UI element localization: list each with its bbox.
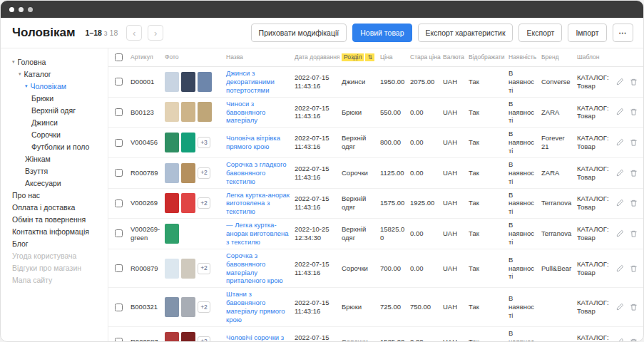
product-thumbnail[interactable] (165, 297, 179, 317)
brand-cell: Terranova (539, 199, 575, 207)
row-checkbox[interactable] (115, 200, 123, 207)
delete-icon[interactable] (630, 303, 638, 311)
sidebar-item[interactable]: Відгуки про магазин (12, 261, 108, 274)
row-checkbox[interactable] (115, 338, 123, 341)
product-name-link[interactable]: — Легка куртка-анорак виготовлена з текс… (226, 221, 289, 246)
product-thumbnail[interactable] (181, 72, 195, 92)
sidebar-item[interactable]: Верхній одяг (12, 104, 108, 116)
column-currency[interactable]: Валюта (441, 53, 466, 61)
product-thumbnail[interactable] (165, 163, 179, 183)
product-thumbnail[interactable] (181, 133, 195, 152)
sidebar-item[interactable]: Футболки и поло (12, 140, 108, 152)
delete-icon[interactable] (630, 338, 638, 341)
sidebar-item[interactable]: Обмін та повернення (12, 213, 108, 225)
sidebar-item[interactable]: Про нас (12, 189, 108, 201)
column-template[interactable]: Шаблон (575, 53, 613, 61)
edit-icon[interactable] (616, 199, 624, 207)
product-thumbnail[interactable] (181, 163, 195, 183)
sidebar-item[interactable]: ▾Головна (12, 56, 108, 68)
product-thumbnail[interactable] (198, 102, 212, 122)
sidebar-item[interactable]: Контактна інформація (12, 225, 108, 237)
row-checkbox[interactable] (115, 264, 123, 272)
product-thumbnail[interactable] (165, 332, 179, 341)
edit-icon[interactable] (616, 169, 624, 177)
delete-icon[interactable] (630, 108, 638, 116)
product-name-link[interactable]: Чоловічі сорочки з легкого текстилю (226, 333, 284, 341)
column-old-price[interactable]: Стара ціна (408, 53, 441, 61)
column-price[interactable]: Ціна (378, 53, 408, 61)
product-name-link[interactable]: Штани з бавовняного матеріалу прямого кр… (226, 290, 285, 323)
delete-icon[interactable] (630, 169, 638, 177)
row-checkbox[interactable] (115, 304, 123, 311)
sidebar-item[interactable]: ▾Каталог (12, 68, 108, 80)
product-thumbnail[interactable] (181, 259, 195, 279)
row-checkbox[interactable] (115, 169, 123, 177)
product-name-link[interactable]: Легка куртка-анорак виготовлена з тексти… (226, 191, 290, 216)
sidebar-item[interactable]: Джинси (12, 116, 108, 128)
product-thumbnail[interactable] (181, 193, 195, 213)
more-actions-button[interactable]: ⋯ (613, 24, 634, 42)
product-thumbnail[interactable] (165, 133, 179, 152)
product-name-link[interactable]: Сорочка з гладкого бавовняного текстилю (226, 160, 286, 185)
export-button[interactable]: Експорт (518, 24, 562, 42)
sidebar-item[interactable]: Жінкам (12, 152, 108, 165)
delete-icon[interactable] (630, 229, 638, 238)
product-thumbnail[interactable] (165, 224, 179, 244)
sidebar-item[interactable]: Угода користувача (12, 249, 108, 261)
sidebar-item[interactable]: Блог (12, 237, 108, 249)
hide-modifications-button[interactable]: Приховати модифікації (251, 24, 347, 42)
column-brand[interactable]: Бренд (539, 53, 575, 61)
sidebar-item[interactable]: Аксесуари (12, 177, 108, 189)
product-thumbnail[interactable] (165, 102, 179, 122)
edit-icon[interactable] (616, 138, 624, 147)
edit-icon[interactable] (616, 108, 624, 116)
column-photo[interactable]: Фото (163, 53, 224, 61)
new-product-button[interactable]: Новий товар (352, 24, 412, 42)
column-date-added[interactable]: Дата додавання (292, 53, 339, 61)
prev-page-button[interactable]: ‹ (126, 25, 142, 41)
product-name-link[interactable]: Чиноси з бавовняного матеріалу (226, 100, 265, 125)
delete-icon[interactable] (630, 138, 638, 147)
next-page-button[interactable]: › (148, 25, 163, 41)
product-thumbnail[interactable] (165, 193, 179, 213)
product-thumbnail[interactable] (181, 102, 195, 122)
import-button[interactable]: Імпорт (568, 24, 606, 42)
row-checkbox[interactable] (115, 229, 123, 237)
export-characteristics-button[interactable]: Експорт характеристик (418, 24, 513, 42)
product-name-link[interactable]: Чоловіча вітрівка прямого крою (226, 134, 280, 150)
row-checkbox[interactable] (115, 78, 123, 86)
sidebar-item[interactable]: Оплата і доставка (12, 201, 108, 213)
edit-icon[interactable] (616, 303, 624, 311)
column-name[interactable]: Назва (224, 53, 292, 61)
sidebar-item[interactable]: ▾Чоловікам (12, 80, 108, 92)
column-section[interactable]: Розділ⇅ (339, 53, 378, 61)
sidebar-item[interactable]: Взуття (12, 165, 108, 177)
edit-icon[interactable] (616, 264, 624, 273)
edit-icon[interactable] (616, 229, 624, 238)
delete-icon[interactable] (630, 78, 638, 86)
sort-icon[interactable]: ⇅ (365, 53, 374, 61)
column-display[interactable]: Відображати (466, 53, 506, 61)
edit-icon[interactable] (616, 78, 624, 86)
product-thumbnail[interactable] (198, 72, 212, 92)
product-thumbnail[interactable] (165, 259, 179, 279)
edit-icon[interactable] (616, 338, 624, 341)
availability-cell-value: В наявності (508, 294, 534, 319)
column-availability[interactable]: Наявність (506, 53, 539, 61)
product-thumbnail[interactable] (181, 297, 195, 317)
sidebar-item[interactable]: Мапа сайту (12, 274, 108, 286)
row-checkbox[interactable] (115, 108, 123, 116)
column-article[interactable]: Артикул (128, 53, 163, 61)
product-name-link[interactable]: Сорочка з бавовняного матеріалу притален… (226, 252, 283, 285)
brand-cell-value: Converse (541, 78, 571, 86)
sidebar-item[interactable]: Брюки (12, 92, 108, 104)
product-thumbnail[interactable] (181, 332, 195, 341)
delete-icon[interactable] (630, 264, 638, 273)
product-thumbnail[interactable] (165, 72, 179, 92)
select-all-checkbox[interactable] (115, 53, 123, 61)
delete-icon[interactable] (630, 199, 638, 207)
template-cell: КАТАЛОГ: Товар (575, 104, 613, 121)
row-checkbox[interactable] (115, 139, 123, 147)
product-name-link[interactable]: Джинси з декоративними потертостями (226, 69, 275, 94)
sidebar-item[interactable]: Сорочки (12, 128, 108, 140)
